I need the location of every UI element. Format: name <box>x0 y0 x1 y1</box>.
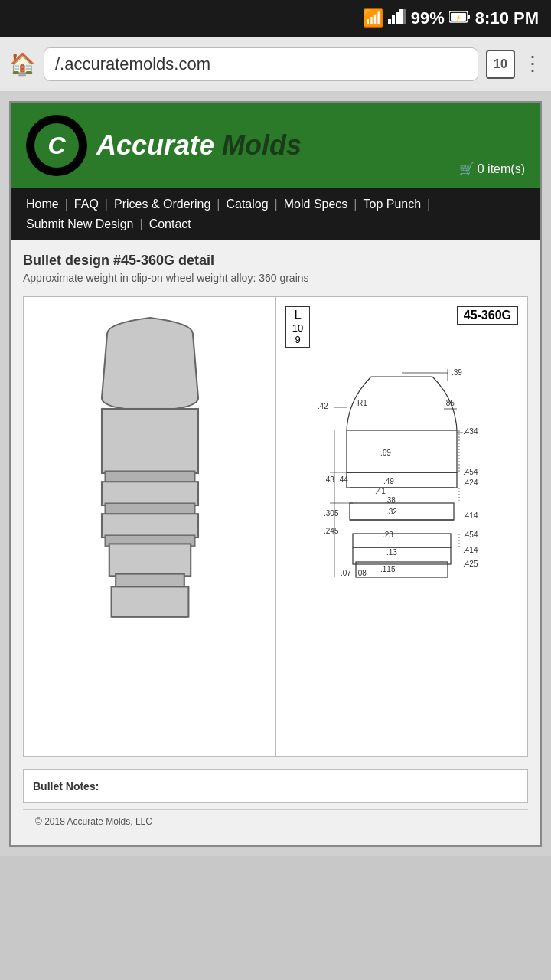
spec-l-label: L <box>289 309 306 322</box>
cart-area[interactable]: 🛒 0 item(s) <box>459 162 525 176</box>
svg-text:.69: .69 <box>380 449 391 457</box>
nav-catalog[interactable]: Catalog <box>220 194 274 214</box>
spec-l-num1: 10 <box>289 322 306 334</box>
svg-rect-30 <box>347 430 457 472</box>
svg-rect-4 <box>403 9 406 24</box>
nav-prices[interactable]: Prices & Ordering <box>108 194 217 214</box>
logo-accurate: Accurate <box>96 129 214 161</box>
svg-text:.414: .414 <box>463 511 478 520</box>
logo-molds: Molds <box>214 129 302 161</box>
svg-text:.115: .115 <box>380 565 396 573</box>
home-button[interactable]: 🏠 <box>9 51 36 77</box>
logo-circle: C <box>26 115 87 176</box>
svg-rect-15 <box>109 544 190 576</box>
notes-label: Bullet Notes: <box>33 780 99 792</box>
svg-text:.434: .434 <box>463 427 478 436</box>
svg-text:⚡: ⚡ <box>455 14 462 21</box>
svg-text:.245: .245 <box>324 527 339 535</box>
svg-rect-11 <box>102 482 198 505</box>
svg-rect-1 <box>392 15 395 24</box>
cart-count: 0 item(s) <box>478 162 525 176</box>
svg-rect-36 <box>347 472 457 488</box>
battery-percent: 99% <box>411 8 445 28</box>
bullet-image <box>24 297 276 756</box>
logo-text: Accurate Molds <box>96 129 302 162</box>
svg-text:.44: .44 <box>337 475 348 484</box>
signal-bars <box>388 8 406 28</box>
spec-svg: .39 .42 R1 .85 <box>285 354 518 645</box>
spec-model: 45-360G <box>457 306 518 325</box>
svg-rect-17 <box>111 586 188 616</box>
svg-text:.49: .49 <box>383 477 394 485</box>
page-subtitle: Approximate weight in clip-on wheel weig… <box>23 272 528 284</box>
url-bar[interactable]: /.accuratemolds.com <box>44 47 478 81</box>
status-icons: 📶 99% ⚡ 8:10 PM <box>363 8 539 28</box>
svg-rect-50 <box>353 534 451 547</box>
nav-faq[interactable]: FAQ <box>68 194 105 214</box>
nav-top-punch[interactable]: Top Punch <box>357 194 428 214</box>
svg-rect-2 <box>396 12 399 24</box>
nav-contact[interactable]: Contact <box>143 214 197 234</box>
spec-l-num2: 9 <box>289 334 306 345</box>
page-content: Bullet design #45-360G detail Approximat… <box>11 240 540 845</box>
wifi-icon: 📶 <box>363 8 383 28</box>
svg-text:R1: R1 <box>357 399 367 407</box>
content-frame: C Accurate Molds 🛒 0 item(s) Home | FAQ … <box>9 101 542 847</box>
spec-header: L 10 9 45-360G <box>285 306 518 348</box>
svg-text:.23: .23 <box>383 531 393 539</box>
svg-rect-44 <box>350 503 454 520</box>
svg-rect-9 <box>102 409 198 473</box>
main-wrapper: C Accurate Molds 🛒 0 item(s) Home | FAQ … <box>0 92 551 856</box>
svg-text:.454: .454 <box>463 468 478 476</box>
browser-bar: 🏠 /.accuratemolds.com 10 ⋮ <box>0 37 551 92</box>
svg-rect-3 <box>399 9 403 24</box>
svg-text:.454: .454 <box>463 531 478 539</box>
nav-mold-specs[interactable]: Mold Specs <box>278 194 354 214</box>
svg-text:.414: .414 <box>463 546 478 554</box>
svg-rect-13 <box>102 514 198 537</box>
svg-text:.39: .39 <box>452 368 462 377</box>
svg-text:.42: .42 <box>318 402 328 410</box>
spec-l-box: L 10 9 <box>285 306 310 348</box>
nav-home[interactable]: Home <box>20 194 65 214</box>
site-header: C Accurate Molds 🛒 0 item(s) <box>11 103 540 188</box>
logo-area: C Accurate Molds <box>26 115 302 176</box>
svg-text:.32: .32 <box>386 508 397 516</box>
svg-text:.424: .424 <box>463 479 478 487</box>
page-title: Bullet design #45-360G detail <box>23 253 528 269</box>
svg-text:.43: .43 <box>324 475 334 484</box>
logo-inner: C <box>34 123 79 168</box>
diagram-container: L 10 9 45-360G .39 <box>23 296 528 757</box>
copyright: © 2018 Accurate Molds, LLC <box>35 816 152 827</box>
svg-text:.08: .08 <box>356 569 367 577</box>
logo-c-letter: C <box>47 132 65 160</box>
svg-text:.425: .425 <box>463 560 478 568</box>
svg-text:.41: .41 <box>375 487 386 495</box>
notes-box: Bullet Notes: <box>23 769 528 803</box>
svg-rect-6 <box>468 15 470 19</box>
nav-submit[interactable]: Submit New Design <box>20 214 140 234</box>
bullet-drawing <box>43 312 257 741</box>
nav-bar: Home | FAQ | Prices & Ordering | Catalog… <box>11 188 540 240</box>
nav-sep-6: | <box>427 198 430 211</box>
svg-text:.85: .85 <box>444 399 455 407</box>
browser-menu-button[interactable]: ⋮ <box>523 52 542 76</box>
svg-text:.07: .07 <box>341 569 351 577</box>
battery-icon: ⚡ <box>449 8 471 28</box>
svg-text:.13: .13 <box>386 548 397 557</box>
spec-diagram: L 10 9 45-360G .39 <box>276 297 527 756</box>
status-bar: 📶 99% ⚡ 8:10 PM <box>0 0 551 37</box>
footer: © 2018 Accurate Molds, LLC <box>23 809 528 833</box>
time-display: 8:10 PM <box>475 8 539 28</box>
svg-rect-0 <box>388 19 391 24</box>
tabs-button[interactable]: 10 <box>486 50 515 79</box>
cart-icon: 🛒 <box>459 162 474 176</box>
svg-text:.305: .305 <box>324 509 339 518</box>
